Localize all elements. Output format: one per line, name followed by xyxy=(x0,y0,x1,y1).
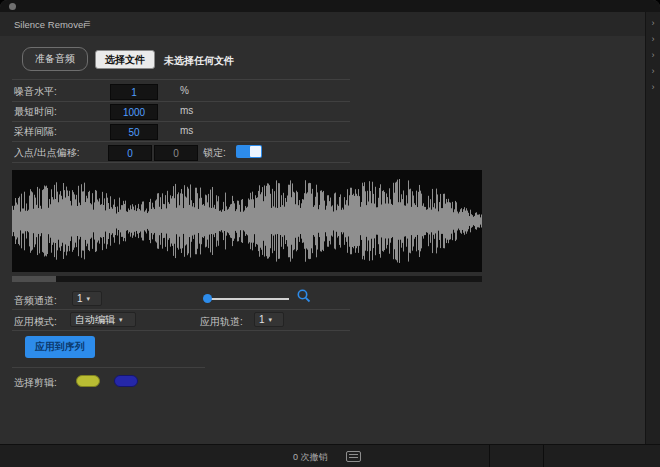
noise-level-label: 噪音水平: xyxy=(14,85,57,99)
divider xyxy=(12,330,350,331)
waveform-scrollbar[interactable] xyxy=(12,276,482,282)
apply-track-label: 应用轨道: xyxy=(200,315,243,329)
collapse-chevron-icon[interactable]: › xyxy=(646,63,660,79)
audio-channel-select[interactable]: 1 ▾ xyxy=(72,291,102,306)
lock-toggle[interactable] xyxy=(236,145,262,158)
zoom-slider-thumb[interactable] xyxy=(203,294,212,303)
zoom-slider[interactable] xyxy=(209,298,289,300)
keyboard-icon-line xyxy=(349,457,358,458)
file-status-text: 未选择任何文件 xyxy=(164,54,234,68)
lock-label: 锁定: xyxy=(203,146,226,160)
divider xyxy=(12,121,350,122)
status-separator xyxy=(489,445,490,467)
divider xyxy=(12,309,350,310)
audio-channel-label: 音频通道: xyxy=(14,294,57,308)
noise-level-unit: % xyxy=(180,85,189,96)
status-bar: 0 次撤销 xyxy=(0,444,660,467)
divider xyxy=(12,367,205,368)
app-window: Silence Remover ≡ › › › › › 准备音频 选择文件 未选… xyxy=(0,0,660,467)
sample-interval-unit: ms xyxy=(180,125,193,136)
zoom-icon-handle xyxy=(306,298,310,302)
noise-level-input[interactable] xyxy=(110,84,158,100)
apply-mode-select[interactable]: 自动编辑 ▾ xyxy=(70,312,136,327)
divider xyxy=(12,101,350,102)
clip-swatch-yellow[interactable] xyxy=(76,375,100,387)
keyboard-icon-line xyxy=(349,454,358,455)
status-separator xyxy=(543,445,544,467)
apply-track-value: 1 xyxy=(259,314,265,325)
panel-tab-silence-remover[interactable]: Silence Remover xyxy=(14,19,86,30)
min-duration-label: 最短时间: xyxy=(14,105,57,119)
select-clips-label: 选择剪辑: xyxy=(14,376,57,390)
waveform-display[interactable] xyxy=(12,170,482,272)
min-duration-unit: ms xyxy=(180,105,193,116)
divider xyxy=(12,141,350,142)
sample-interval-input[interactable] xyxy=(110,124,158,140)
prepare-audio-button[interactable]: 准备音频 xyxy=(22,47,88,71)
panel-tabbar: Silence Remover ≡ xyxy=(0,12,645,37)
apply-mode-value: 自动编辑 xyxy=(75,313,115,327)
choose-file-button[interactable]: 选择文件 xyxy=(95,50,155,69)
zoom-icon-glass xyxy=(298,290,306,298)
collapse-chevron-icon[interactable]: › xyxy=(646,47,660,63)
sample-interval-label: 采样间隔: xyxy=(14,125,57,139)
collapse-chevron-icon[interactable]: › xyxy=(646,79,660,95)
chevron-down-icon: ▾ xyxy=(269,316,273,324)
undo-count-text: 0 次撤销 xyxy=(293,451,328,464)
silence-remover-panel: 准备音频 选择文件 未选择任何文件 噪音水平: % 最短时间: ms 采样间隔:… xyxy=(0,36,645,445)
apply-to-sequence-button[interactable]: 应用到序列 xyxy=(25,336,95,358)
min-duration-input[interactable] xyxy=(110,104,158,120)
waveform-canvas[interactable] xyxy=(12,170,482,272)
apply-mode-label: 应用模式: xyxy=(14,315,57,329)
right-panel-strip: › › › › › xyxy=(645,12,660,445)
collapse-chevron-icon[interactable]: › xyxy=(646,15,660,31)
out-offset-input[interactable] xyxy=(154,145,198,161)
window-control-icon[interactable] xyxy=(9,3,16,10)
in-offset-input[interactable] xyxy=(108,145,152,161)
toggle-knob xyxy=(250,146,261,157)
apply-track-select[interactable]: 1 ▾ xyxy=(254,312,284,327)
zoom-icon[interactable] xyxy=(297,289,311,303)
clip-swatch-blue[interactable] xyxy=(114,375,138,387)
keyboard-icon[interactable] xyxy=(346,451,361,462)
window-titlebar xyxy=(0,0,660,12)
scrollbar-thumb[interactable] xyxy=(12,276,56,282)
panel-menu-icon[interactable]: ≡ xyxy=(84,17,90,29)
divider xyxy=(12,79,350,80)
divider xyxy=(12,162,350,163)
chevron-down-icon: ▾ xyxy=(87,295,91,303)
audio-channel-value: 1 xyxy=(77,293,83,304)
collapse-chevron-icon[interactable]: › xyxy=(646,31,660,47)
in-out-offset-label: 入点/出点偏移: xyxy=(14,146,80,160)
chevron-down-icon: ▾ xyxy=(119,316,123,324)
